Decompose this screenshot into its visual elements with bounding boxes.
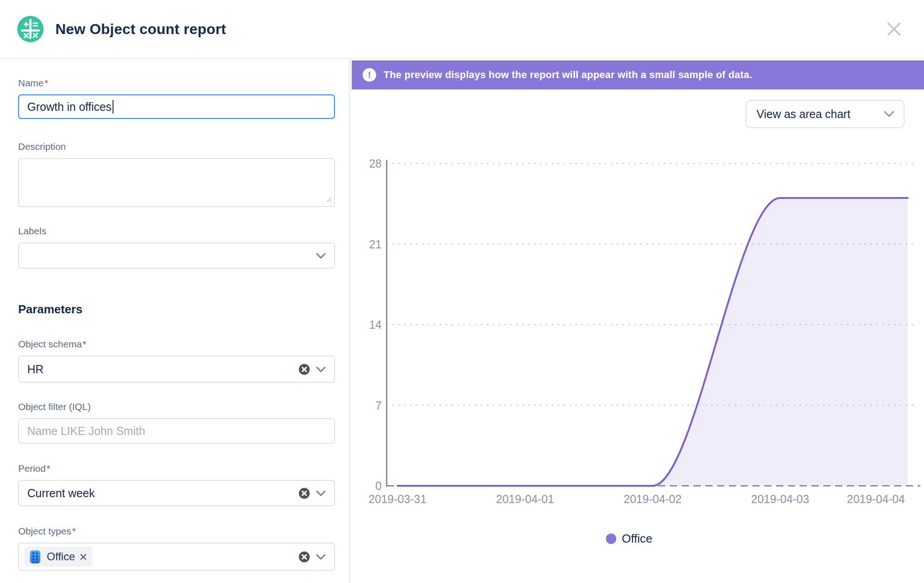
- new-object-count-report-dialog: New Object count report Name* Growth in …: [0, 0, 924, 583]
- svg-text:2019-04-02: 2019-04-02: [624, 493, 682, 505]
- svg-text:0: 0: [375, 479, 382, 492]
- chevron-down-icon: [316, 554, 326, 560]
- chevron-down-icon: [316, 490, 326, 496]
- svg-text:2019-04-03: 2019-04-03: [751, 493, 809, 505]
- period-select[interactable]: Current week: [18, 480, 335, 506]
- object-filter-label: Object filter (IQL): [18, 401, 335, 413]
- required-asterisk: *: [83, 339, 86, 349]
- svg-text:7: 7: [375, 399, 382, 412]
- svg-text:21: 21: [369, 238, 382, 251]
- labels-field-group: Labels: [18, 225, 335, 269]
- dialog-header: New Object count report: [0, 0, 924, 59]
- object-types-select[interactable]: Office: [18, 543, 335, 571]
- object-schema-label: Object schema*: [18, 338, 335, 350]
- clear-icon[interactable]: [298, 487, 310, 499]
- object-count-report-icon: [17, 16, 44, 42]
- name-label: Name*: [18, 77, 335, 89]
- object-filter-input[interactable]: [18, 418, 335, 444]
- close-icon[interactable]: [884, 19, 904, 39]
- labels-select[interactable]: [18, 242, 335, 269]
- period-field-group: Period* Current week: [18, 463, 335, 506]
- chevron-down-icon: [316, 253, 326, 259]
- object-type-tag-office[interactable]: Office: [25, 547, 93, 567]
- report-form: Name* Growth in offices Description: [0, 59, 349, 583]
- panel-divider: [349, 59, 351, 583]
- name-input[interactable]: Growth in offices: [18, 94, 335, 119]
- period-value: Current week: [27, 487, 95, 500]
- object-filter-field-group: Object filter (IQL): [18, 401, 335, 444]
- svg-text:28: 28: [369, 157, 382, 170]
- chevron-down-icon: [316, 366, 326, 372]
- legend-dot-icon: [606, 534, 616, 544]
- building-icon: [28, 550, 42, 564]
- required-asterisk: *: [47, 463, 50, 474]
- object-type-tag-label: Office: [47, 550, 75, 563]
- area-chart: 071421282019-03-312019-04-012019-04-0220…: [352, 59, 924, 524]
- object-types-label: Object types*: [18, 525, 335, 537]
- legend-item-office[interactable]: Office: [606, 529, 742, 548]
- svg-text:14: 14: [369, 318, 382, 331]
- text-caret: [113, 100, 113, 114]
- object-types-field-group: Object types* Office: [18, 525, 335, 571]
- svg-text:2019-03-31: 2019-03-31: [369, 493, 427, 505]
- description-textarea[interactable]: [18, 158, 335, 207]
- remove-tag-icon[interactable]: [79, 553, 87, 561]
- name-field-group: Name* Growth in offices: [18, 77, 335, 119]
- resize-grip-icon[interactable]: [325, 195, 332, 204]
- name-input-value: Growth in offices: [27, 100, 112, 114]
- period-label: Period*: [18, 463, 335, 474]
- object-schema-select[interactable]: HR: [18, 356, 335, 383]
- labels-label: Labels: [18, 225, 335, 237]
- object-schema-value: HR: [27, 363, 44, 376]
- svg-text:2019-04-04: 2019-04-04: [847, 493, 905, 505]
- description-label: Description: [18, 141, 335, 153]
- clear-icon[interactable]: [298, 363, 310, 375]
- svg-text:2019-04-01: 2019-04-01: [496, 493, 554, 505]
- parameters-heading: Parameters: [18, 302, 335, 316]
- legend-label: Office: [622, 532, 652, 546]
- description-field-group: Description: [18, 141, 335, 209]
- report-preview-panel: ! The preview displays how the report wi…: [352, 59, 924, 583]
- required-asterisk: *: [72, 526, 76, 536]
- page-title: New Object count report: [55, 21, 226, 38]
- required-asterisk: *: [44, 78, 48, 88]
- clear-icon[interactable]: [298, 551, 310, 563]
- object-schema-field-group: Object schema* HR: [18, 338, 335, 383]
